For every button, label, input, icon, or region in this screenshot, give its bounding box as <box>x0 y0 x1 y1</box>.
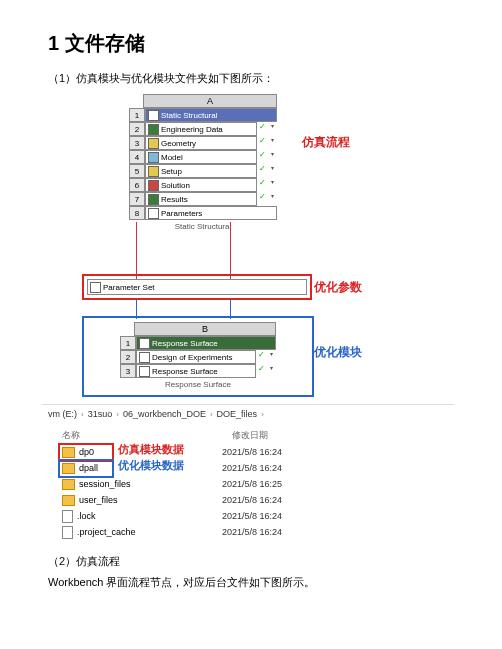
chevron-right-icon: › <box>116 410 119 419</box>
cell-resp-surf[interactable]: Response Surface <box>136 364 256 378</box>
cell-eng-data[interactable]: Engineering Data <box>145 122 257 136</box>
highlight-box-dpall <box>58 459 114 478</box>
list-item[interactable]: .project_cache2021/5/8 16:24 <box>62 524 446 540</box>
cell-label: Static Structural <box>161 111 217 120</box>
cell-static-structural[interactable]: Static Structural <box>145 108 277 122</box>
row-num: 1 <box>120 336 136 350</box>
breadcrumb[interactable]: vm (E:)› 31suo› 06_workbench_DOE› DOE_fi… <box>42 405 454 423</box>
rs-icon <box>139 338 150 349</box>
file-date: 2021/5/8 16:25 <box>222 479 282 489</box>
paragraph-3: Workbench 界面流程节点，对应后台文件如下图所示。 <box>48 575 454 590</box>
file-date: 2021/5/8 16:24 <box>222 463 282 473</box>
doe-icon <box>139 352 150 363</box>
solution-icon <box>148 180 159 191</box>
file-icon <box>62 526 73 539</box>
cell-label: Setup <box>161 167 182 176</box>
file-icon <box>62 510 73 523</box>
cell-label: Response Surface <box>152 339 218 348</box>
folder-icon <box>62 495 75 506</box>
caret-icon[interactable]: ▾ <box>267 164 277 178</box>
cell-label: Geometry <box>161 139 196 148</box>
status-tick: ✓ <box>257 178 267 192</box>
annotation-opt-params: 优化参数 <box>314 279 362 296</box>
list-item[interactable]: session_files2021/5/8 16:25 <box>62 476 446 492</box>
row-num: 5 <box>129 164 145 178</box>
cell-model[interactable]: Model <box>145 150 257 164</box>
file-name: session_files <box>79 479 131 489</box>
optimization-block: B 1Response Surface 2Design of Experimen… <box>82 316 314 397</box>
col-a-header: A <box>143 94 277 108</box>
figure-fileexplorer: vm (E:)› 31suo› 06_workbench_DOE› DOE_fi… <box>42 404 454 544</box>
geometry-icon <box>148 138 159 149</box>
system-icon <box>148 110 159 121</box>
model-icon <box>148 152 159 163</box>
engdata-icon <box>148 124 159 135</box>
paragraph-2: （2）仿真流程 <box>48 554 454 569</box>
annotation-sim-flow: 仿真流程 <box>302 134 350 151</box>
file-list: 名称 修改日期 dp02021/5/8 16:24 dpall2021/5/8 … <box>42 423 454 544</box>
status-tick: ✓ <box>256 350 266 364</box>
breadcrumb-item[interactable]: 31suo <box>88 409 113 419</box>
heading-1: 1 文件存储 <box>48 30 454 57</box>
list-item[interactable]: .lock2021/5/8 16:24 <box>62 508 446 524</box>
status-tick: ✓ <box>257 164 267 178</box>
status-tick: ✓ <box>257 150 267 164</box>
cell-doe[interactable]: Design of Experiments <box>136 350 256 364</box>
breadcrumb-item[interactable]: DOE_files <box>217 409 258 419</box>
caret-icon[interactable]: ▾ <box>267 178 277 192</box>
cell-resp-surf-title[interactable]: Response Surface <box>136 336 276 350</box>
params-icon <box>148 208 159 219</box>
cell-label: Results <box>161 195 188 204</box>
cell-label: Engineering Data <box>161 125 223 134</box>
chevron-right-icon: › <box>81 410 84 419</box>
cell-label: Solution <box>161 181 190 190</box>
status-tick: ✓ <box>257 122 267 136</box>
figure-workbench: A 1Static Structural 2Engineering Data✓▾… <box>74 94 374 394</box>
caret-icon[interactable]: ▾ <box>267 150 277 164</box>
file-date: 2021/5/8 16:24 <box>222 511 282 521</box>
caret-icon[interactable]: ▾ <box>267 192 277 206</box>
status-tick: ✓ <box>257 192 267 206</box>
caret-icon[interactable]: ▾ <box>266 364 276 378</box>
system-a: A 1Static Structural 2Engineering Data✓▾… <box>129 94 277 233</box>
row-num: 1 <box>129 108 145 122</box>
status-tick: ✓ <box>256 364 266 378</box>
status-tick: ✓ <box>257 136 267 150</box>
document-page: 1 文件存储 （1）仿真模块与优化模块文件夹如下图所示： A 1Static S… <box>0 0 502 649</box>
cell-parameters[interactable]: Parameters <box>145 206 277 220</box>
file-name: .project_cache <box>77 527 136 537</box>
annotation-opt-module: 优化模块 <box>314 344 362 361</box>
col-b-header: B <box>134 322 276 336</box>
row-num: 2 <box>129 122 145 136</box>
cell-results[interactable]: Results <box>145 192 257 206</box>
row-num: 6 <box>129 178 145 192</box>
list-item[interactable]: user_files2021/5/8 16:24 <box>62 492 446 508</box>
cell-solution[interactable]: Solution <box>145 178 257 192</box>
col-header-name[interactable]: 名称 <box>62 429 232 442</box>
caret-icon[interactable]: ▾ <box>267 136 277 150</box>
results-icon <box>148 194 159 205</box>
system-b-name: Response Surface <box>120 378 276 391</box>
col-header-date[interactable]: 修改日期 <box>232 429 322 442</box>
cell-geometry[interactable]: Geometry <box>145 136 257 150</box>
file-date: 2021/5/8 16:24 <box>222 527 282 537</box>
cell-label: Model <box>161 153 183 162</box>
paramset-label: Parameter Set <box>103 283 155 292</box>
system-a-name: Static Structural <box>129 220 277 233</box>
chevron-right-icon: › <box>210 410 213 419</box>
breadcrumb-item[interactable]: 06_workbench_DOE <box>123 409 206 419</box>
chevron-right-icon: › <box>261 410 264 419</box>
row-num: 3 <box>120 364 136 378</box>
breadcrumb-item[interactable]: vm (E:) <box>48 409 77 419</box>
paramset-icon <box>90 282 101 293</box>
cell-setup[interactable]: Setup <box>145 164 257 178</box>
parameter-set[interactable]: Parameter Set <box>87 279 307 295</box>
row-num: 4 <box>129 150 145 164</box>
cell-label: Design of Experiments <box>152 353 232 362</box>
caret-icon[interactable]: ▾ <box>267 122 277 136</box>
setup-icon <box>148 166 159 177</box>
paragraph-1: （1）仿真模块与优化模块文件夹如下图所示： <box>48 71 454 86</box>
caret-icon[interactable]: ▾ <box>266 350 276 364</box>
file-date: 2021/5/8 16:24 <box>222 495 282 505</box>
annotation-opt-data: 优化模块数据 <box>118 458 184 473</box>
